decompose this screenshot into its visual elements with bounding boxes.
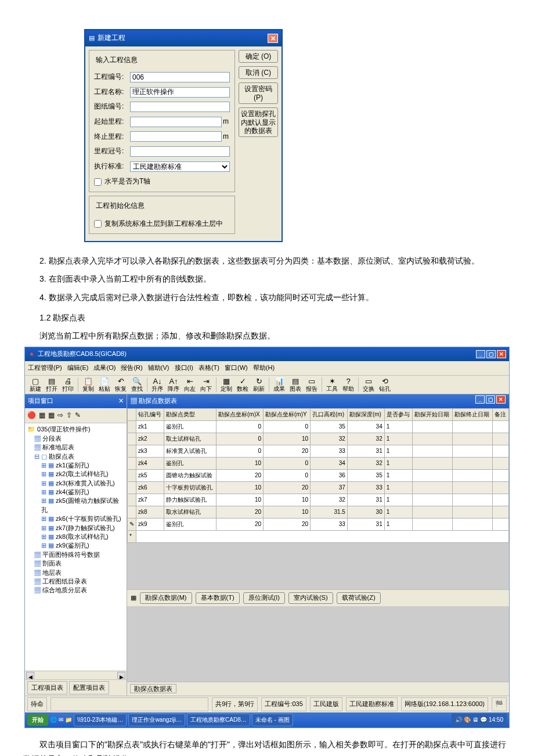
- standard-select[interactable]: 工民建勘察标准: [130, 161, 230, 172]
- toolbar-报告[interactable]: ▭报告: [304, 377, 319, 392]
- table-row[interactable]: zk6十字板剪切试验孔102037331: [128, 481, 509, 494]
- cancel-button[interactable]: 取消 (C): [239, 66, 278, 79]
- mile-code-input[interactable]: [130, 146, 230, 157]
- scroll-right-icon[interactable]: ▶: [117, 672, 125, 679]
- table-row[interactable]: zk8取水试样钻孔201031.5301: [128, 506, 509, 518]
- btn-lab-test[interactable]: 室内试验(S): [288, 592, 333, 604]
- tree-node[interactable]: ⊞ ▦ zk2(取土试样钻孔): [27, 470, 124, 478]
- taskbar-app[interactable]: \\910-23\本地磁…: [74, 714, 127, 726]
- sidebar-tab-project[interactable]: 工程项目表: [27, 681, 67, 695]
- tree-node[interactable]: ⊟ ▢ 勘探点表: [27, 452, 124, 461]
- new-row[interactable]: *: [128, 530, 509, 542]
- toolbar-工具[interactable]: ✶工具: [324, 377, 340, 392]
- tree-node[interactable]: ▦ 标准地层表: [27, 443, 124, 452]
- menu-table[interactable]: 表格(T): [199, 364, 219, 371]
- col-remark[interactable]: 备注: [493, 408, 509, 420]
- tree-node[interactable]: ⊞ ▦ zk3(标准贯入试验孔): [27, 479, 124, 488]
- end-mile-input[interactable]: [130, 131, 222, 142]
- ok-button[interactable]: 确定 (O): [239, 50, 278, 63]
- btn-insitu-test[interactable]: 原位测试(I): [243, 592, 285, 604]
- menu-project[interactable]: 工程管理(P): [28, 364, 62, 371]
- table-row[interactable]: zk7静力触探试验孔101032311: [128, 494, 509, 506]
- col-x[interactable]: 勘探点坐标(m)X: [217, 408, 264, 420]
- sidebar-tool-icon[interactable]: ▦: [48, 411, 55, 419]
- btn-load-test[interactable]: 载荷试验(Z): [337, 592, 381, 604]
- quickstart-icon[interactable]: 🌐: [50, 715, 57, 725]
- sidebar-tool-icon[interactable]: 🔴: [27, 411, 36, 419]
- toolbar-恢复[interactable]: ↶恢复: [113, 377, 128, 392]
- tree-node[interactable]: ▦ 平面图特殊符号数据: [27, 550, 124, 559]
- table-row[interactable]: zk3标准贯入试验孔02033311: [128, 445, 509, 457]
- sheet-tab[interactable]: 勘探点数据表: [130, 684, 176, 693]
- btn-basic-data[interactable]: 基本数据(T): [196, 592, 240, 604]
- copy-std-checkbox[interactable]: [94, 220, 102, 228]
- quickstart-icon[interactable]: ✉: [59, 715, 63, 725]
- col-type[interactable]: 勘探点类型: [164, 408, 217, 420]
- toolbar-降序[interactable]: A↑降序: [166, 377, 181, 392]
- minimize-icon[interactable]: _: [476, 350, 485, 358]
- quickstart-icon[interactable]: 📁: [65, 715, 72, 725]
- drawing-id-input[interactable]: [130, 102, 230, 112]
- tree-node[interactable]: ⊞ ▦ zk9(鉴别孔): [27, 541, 124, 550]
- toolbar-打开[interactable]: ▤打开: [44, 377, 59, 392]
- tree-node[interactable]: ▦ 综合地质分层表: [27, 586, 124, 595]
- sidebar-tool-icon[interactable]: ✎: [75, 411, 81, 419]
- project-id-input[interactable]: [130, 72, 230, 82]
- tree-root[interactable]: 035(理正软件操作): [37, 426, 91, 433]
- tree-node[interactable]: ⊞ ▦ zk1(鉴别孔): [27, 461, 124, 470]
- taskbar-app[interactable]: 工程地质勘察CAD8…: [187, 714, 250, 726]
- toolbar-打印[interactable]: 🖨打印: [60, 377, 75, 392]
- menu-edit[interactable]: 编辑(E): [67, 364, 89, 371]
- close-icon[interactable]: ✕: [496, 395, 506, 404]
- toolbar-数检[interactable]: ✓数检: [235, 377, 250, 392]
- menu-help[interactable]: 帮助(H): [253, 364, 275, 371]
- tree-node[interactable]: ⊞ ▦ zk7(静力触探试验孔): [27, 524, 124, 532]
- toolbar-向左[interactable]: ⇤向左: [182, 377, 197, 392]
- tree-node[interactable]: ⊞ ▦ zk5(圆锥动力触探试验孔: [27, 496, 124, 514]
- menu-result[interactable]: 成果(O): [93, 364, 116, 371]
- tray-icon[interactable]: 💬: [480, 715, 487, 725]
- menu-assist[interactable]: 辅助(V): [148, 364, 169, 371]
- toolbar-帮助[interactable]: ?帮助: [341, 377, 356, 392]
- tray-icon[interactable]: 🎨: [464, 715, 471, 725]
- table-row[interactable]: zk1鉴别孔0035341: [128, 420, 509, 433]
- toolbar-复制[interactable]: 📋复制: [81, 377, 96, 392]
- tray-icon[interactable]: 🖥: [472, 715, 478, 725]
- sidebar-tool-icon[interactable]: ▦: [39, 411, 45, 419]
- toolbar-刷新[interactable]: ↻刷新: [251, 377, 266, 392]
- scroll-left-icon[interactable]: ◀: [26, 672, 34, 679]
- taskbar-app[interactable]: 未命名 - 画图: [252, 714, 293, 726]
- start-button[interactable]: 开始: [27, 714, 48, 726]
- toolbar-查找[interactable]: 🔍查找: [129, 377, 145, 392]
- col-elev[interactable]: 孔口高程(m): [311, 408, 348, 420]
- col-y[interactable]: 勘探点坐标(m)Y: [264, 408, 311, 420]
- set-password-button[interactable]: 设置密码 (P): [239, 82, 278, 104]
- sidebar-tool-icon[interactable]: ⇨: [57, 411, 63, 419]
- tree-node[interactable]: ⊞ ▦ zk8(取水试样钻孔): [27, 532, 124, 541]
- toolbar-成果[interactable]: 📊成果: [272, 377, 287, 392]
- tree-node[interactable]: ⊞ ▦ zk4(鉴别孔): [27, 488, 124, 496]
- sidebar-close-icon[interactable]: ✕: [118, 395, 124, 407]
- toolbar-新建[interactable]: ▢新建: [28, 377, 43, 392]
- table-row[interactable]: zk4鉴别孔10034321: [128, 457, 509, 469]
- set-default-table-button[interactable]: 设置勘探孔内默认显示的数据表: [239, 107, 278, 137]
- toolbar-向下[interactable]: ⇥向下: [199, 377, 214, 392]
- toolbar-图表[interactable]: ▤图表: [288, 377, 303, 392]
- menu-interface[interactable]: 接口(I): [175, 364, 193, 371]
- tree-node[interactable]: ▦ 剖面表: [27, 559, 124, 568]
- sidebar-tab-config[interactable]: 配置项目表: [69, 681, 109, 695]
- tree-node[interactable]: ▦ 工程图纸目录表: [27, 577, 124, 586]
- toolbar-钻孔[interactable]: ⟲钻孔: [377, 377, 392, 392]
- col-start[interactable]: 勘探开始日期: [413, 408, 453, 420]
- sidebar-tool-icon[interactable]: ⇪: [66, 411, 72, 419]
- table-row[interactable]: ✎zk9鉴别孔202033311: [128, 518, 509, 530]
- btn-survey-data[interactable]: 勘探点数据(M): [140, 592, 192, 604]
- col-part[interactable]: 是否参与: [384, 408, 412, 420]
- close-icon[interactable]: ✕: [497, 350, 506, 358]
- data-grid[interactable]: 钻孔编号 勘探点类型 勘探点坐标(m)X 勘探点坐标(m)Y 孔口高程(m) 勘…: [127, 408, 509, 543]
- table-row[interactable]: zk5圆锥动力触探试验20036351: [128, 469, 509, 481]
- toolbar-定制[interactable]: ▦定制: [219, 377, 234, 392]
- menu-window[interactable]: 窗口(W): [225, 364, 248, 371]
- table-row[interactable]: zk2取土试样钻孔01032321: [128, 433, 509, 445]
- start-mile-input[interactable]: [130, 117, 222, 127]
